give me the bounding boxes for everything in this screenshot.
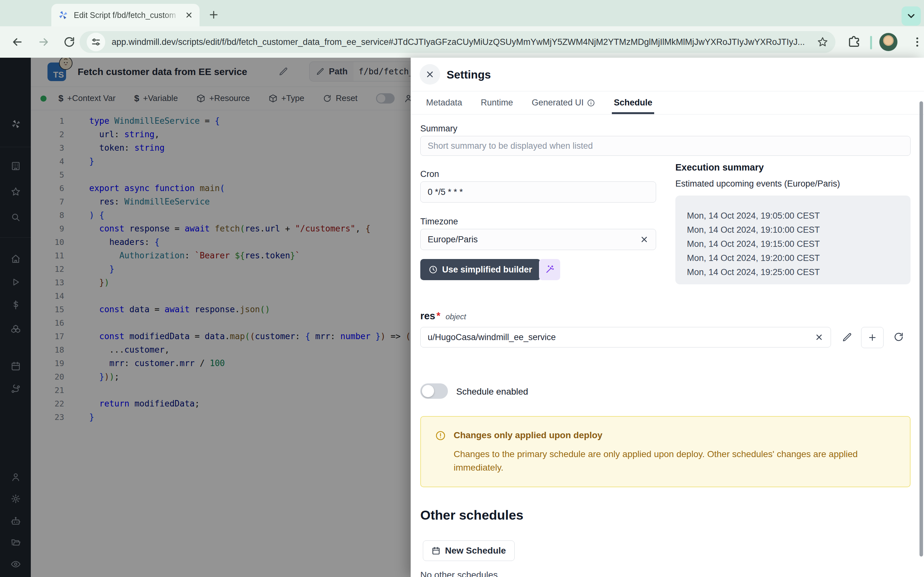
- summary-input[interactable]: Short summary to be displayed when liste…: [420, 136, 911, 156]
- upcoming-event: Mon, 14 Oct 2024, 19:10:00 CEST: [687, 225, 911, 239]
- windmill-app: TS Fetch customer data from EE service P…: [0, 58, 924, 577]
- close-icon[interactable]: [420, 64, 440, 85]
- upcoming-event: Mon, 14 Oct 2024, 19:05:00 CEST: [687, 211, 911, 225]
- forward-icon[interactable]: [37, 35, 50, 48]
- clear-resource-icon[interactable]: [814, 333, 824, 342]
- magic-wand-icon: [545, 265, 554, 274]
- upcoming-event: Mon, 14 Oct 2024, 19:15:00 CEST: [687, 239, 911, 253]
- profile-avatar[interactable]: [879, 33, 898, 51]
- tab-runtime[interactable]: Runtime: [481, 91, 513, 114]
- tab-schedule[interactable]: Schedule: [614, 91, 652, 114]
- simplified-builder-button[interactable]: Use simplified builder: [420, 259, 541, 280]
- warning-body: Changes to the primary schedule are only…: [454, 448, 900, 474]
- bookmark-star-icon[interactable]: [817, 36, 829, 48]
- timezone-input[interactable]: Europe/Paris: [420, 229, 656, 250]
- refresh-resource-icon[interactable]: [893, 332, 904, 342]
- screen: Edit Script f/bd/fetch_custom app.windmi…: [0, 0, 924, 577]
- cron-label: Cron: [420, 169, 439, 179]
- reload-icon[interactable]: [63, 35, 76, 48]
- edit-resource-pencil-icon[interactable]: [842, 332, 852, 342]
- browser-tab[interactable]: Edit Script f/bd/fetch_custom: [51, 4, 200, 26]
- browser-tabstrip: Edit Script f/bd/fetch_custom: [0, 0, 924, 26]
- add-resource-plus-button[interactable]: [861, 327, 884, 348]
- drawer-title: Settings: [447, 68, 491, 81]
- tab-metadata[interactable]: Metadata: [426, 91, 462, 114]
- resource-input[interactable]: u/HugoCasa/windmill_ee_service: [420, 327, 831, 348]
- toolbar-separator: [870, 36, 872, 49]
- res-arg-label: res* object: [420, 310, 466, 322]
- drawer-overlay[interactable]: [0, 58, 411, 577]
- required-asterisk: *: [437, 310, 441, 322]
- warning-title: Changes only applied upon deploy: [454, 430, 603, 440]
- settings-tabs: Metadata Runtime Generated UI Schedule: [411, 91, 924, 114]
- cron-input[interactable]: 0 */5 * * *: [420, 181, 656, 203]
- warning-icon: [435, 430, 446, 441]
- no-other-schedules-text: No other schedules: [420, 570, 498, 577]
- schedule-enabled-label: Schedule enabled: [456, 387, 528, 397]
- browser-navbar: app.windmill.dev/scripts/edit/f/bd/fetch…: [0, 26, 924, 58]
- schedule-enabled-toggle[interactable]: [420, 384, 448, 399]
- new-tab-icon[interactable]: [208, 9, 220, 21]
- clock-icon: [429, 265, 438, 274]
- ai-wand-button[interactable]: [539, 259, 560, 280]
- info-icon: [587, 99, 595, 107]
- new-schedule-button[interactable]: New Schedule: [423, 540, 515, 561]
- upcoming-event: Mon, 14 Oct 2024, 19:25:00 CEST: [687, 268, 911, 282]
- extensions-icon[interactable]: [847, 35, 861, 49]
- tab-generated-ui[interactable]: Generated UI: [531, 91, 595, 114]
- drawer-scrollbar[interactable]: [919, 101, 923, 556]
- execution-summary-subtitle: Estimated upcoming events (Europe/Paris): [675, 179, 840, 189]
- upcoming-events-list: Mon, 14 Oct 2024, 19:05:00 CESTMon, 14 O…: [687, 211, 911, 282]
- summary-label: Summary: [420, 124, 457, 134]
- url-bar[interactable]: app.windmill.dev/scripts/edit/f/bd/fetch…: [79, 31, 835, 53]
- tab-title: Edit Script f/bd/fetch_custom: [74, 11, 180, 20]
- upcoming-events-box: Mon, 14 Oct 2024, 19:05:00 CESTMon, 14 O…: [675, 195, 911, 284]
- url-text: app.windmill.dev/scripts/edit/f/bd/fetch…: [111, 37, 813, 47]
- execution-summary-title: Execution summary: [675, 162, 764, 173]
- upcoming-event: Mon, 14 Oct 2024, 19:20:00 CEST: [687, 253, 911, 268]
- chevron-down-icon[interactable]: [901, 6, 921, 26]
- calendar-icon: [431, 546, 441, 555]
- back-icon[interactable]: [11, 35, 24, 48]
- tab-close-icon[interactable]: [185, 11, 193, 19]
- other-schedules-heading: Other schedules: [420, 508, 523, 523]
- site-info-icon[interactable]: [87, 33, 105, 51]
- browser-menu-icon[interactable]: [911, 35, 924, 49]
- settings-drawer: Settings Metadata Runtime Generated UI S…: [411, 58, 924, 577]
- clear-timezone-icon[interactable]: [640, 235, 649, 244]
- timezone-label: Timezone: [420, 217, 458, 227]
- deploy-warning-box: Changes only applied upon deploy Changes…: [420, 416, 911, 487]
- windmill-favicon: [58, 10, 69, 21]
